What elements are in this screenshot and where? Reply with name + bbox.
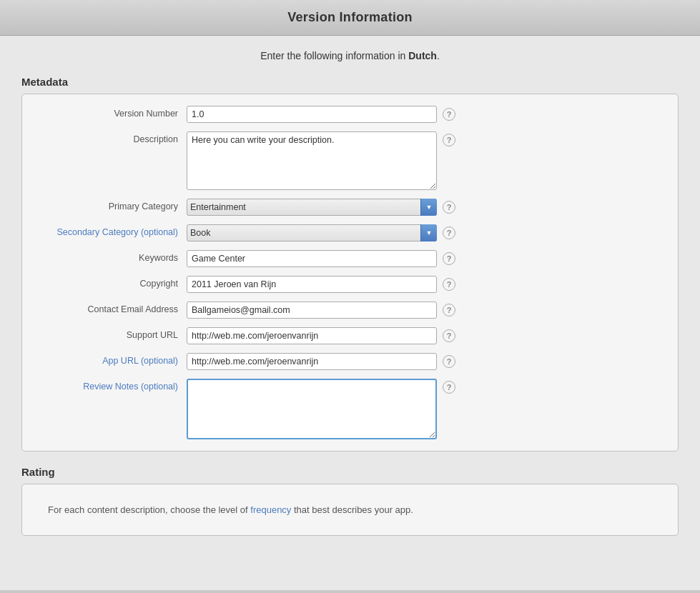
rating-title: Rating [21, 466, 679, 478]
description-row: Description Here you can write your desc… [36, 131, 664, 190]
keywords-row: Keywords ? [36, 250, 664, 267]
keywords-help-icon[interactable]: ? [443, 252, 455, 265]
version-number-control: ? [187, 106, 664, 123]
page-title: Version Information [0, 10, 700, 25]
metadata-section: Metadata Version Number ? Description He… [21, 76, 679, 452]
primary-category-select-wrap: Entertainment Games Education Utilities [187, 199, 437, 216]
version-number-label: Version Number [36, 106, 187, 119]
secondary-category-label: Secondary Category (optional) [36, 224, 187, 237]
contact-email-help-icon[interactable]: ? [443, 304, 455, 317]
keywords-control: ? [187, 250, 664, 267]
support-url-input[interactable] [187, 327, 437, 344]
description-textarea[interactable]: Here you can write your description. [187, 131, 437, 190]
description-label: Description [36, 131, 187, 144]
intro-text: Enter the following information in Dutch… [21, 50, 679, 61]
contact-email-label: Contact Email Address [36, 302, 187, 314]
review-notes-help-icon[interactable]: ? [443, 381, 455, 394]
secondary-category-help-icon[interactable]: ? [443, 226, 455, 239]
app-url-label: App URL (optional) [36, 353, 187, 366]
primary-category-control: Entertainment Games Education Utilities … [187, 199, 664, 216]
support-url-row: Support URL ? [36, 327, 664, 344]
contact-email-row: Contact Email Address ? [36, 302, 664, 319]
primary-category-row: Primary Category Entertainment Games Edu… [36, 199, 664, 216]
review-notes-row: Review Notes (optional) ? [36, 379, 664, 439]
support-url-control: ? [187, 327, 664, 344]
copyright-row: Copyright ? [36, 276, 664, 293]
rating-box: For each content description, choose the… [21, 484, 679, 536]
primary-category-label: Primary Category [36, 199, 187, 211]
review-notes-control: ? [187, 379, 664, 439]
app-url-control: ? [187, 353, 664, 370]
keywords-input[interactable] [187, 250, 437, 267]
metadata-box: Version Number ? Description Here you ca… [21, 94, 679, 452]
copyright-help-icon[interactable]: ? [443, 278, 455, 291]
description-help-icon[interactable]: ? [443, 134, 455, 146]
description-control: Here you can write your description. ? [187, 131, 664, 190]
version-number-row: Version Number ? [36, 106, 664, 123]
keywords-label: Keywords [36, 250, 187, 263]
contact-email-control: ? [187, 302, 664, 319]
secondary-category-control: Book None Games Education ? [187, 224, 664, 241]
secondary-category-select[interactable]: Book None Games Education [187, 224, 437, 241]
frequency-link[interactable]: frequency [250, 504, 291, 515]
app-url-row: App URL (optional) ? [36, 353, 664, 370]
rating-description: For each content description, choose the… [36, 496, 664, 524]
copyright-input[interactable] [187, 276, 437, 293]
support-url-label: Support URL [36, 327, 187, 340]
version-number-input[interactable] [187, 106, 437, 123]
page-header: Version Information [0, 0, 700, 36]
version-number-help-icon[interactable]: ? [443, 108, 455, 121]
primary-category-select[interactable]: Entertainment Games Education Utilities [187, 199, 437, 216]
support-url-help-icon[interactable]: ? [443, 329, 455, 342]
review-notes-label: Review Notes (optional) [36, 379, 187, 392]
metadata-title: Metadata [21, 76, 679, 88]
review-notes-textarea[interactable] [187, 379, 437, 439]
rating-section: Rating For each content description, cho… [21, 466, 679, 536]
contact-email-input[interactable] [187, 302, 437, 319]
secondary-category-select-wrap: Book None Games Education [187, 224, 437, 241]
page-content: Enter the following information in Dutch… [0, 36, 700, 590]
copyright-control: ? [187, 276, 664, 293]
primary-category-help-icon[interactable]: ? [443, 201, 455, 214]
app-url-input[interactable] [187, 353, 437, 370]
secondary-category-row: Secondary Category (optional) Book None … [36, 224, 664, 241]
copyright-label: Copyright [36, 276, 187, 289]
app-url-help-icon[interactable]: ? [443, 355, 455, 368]
